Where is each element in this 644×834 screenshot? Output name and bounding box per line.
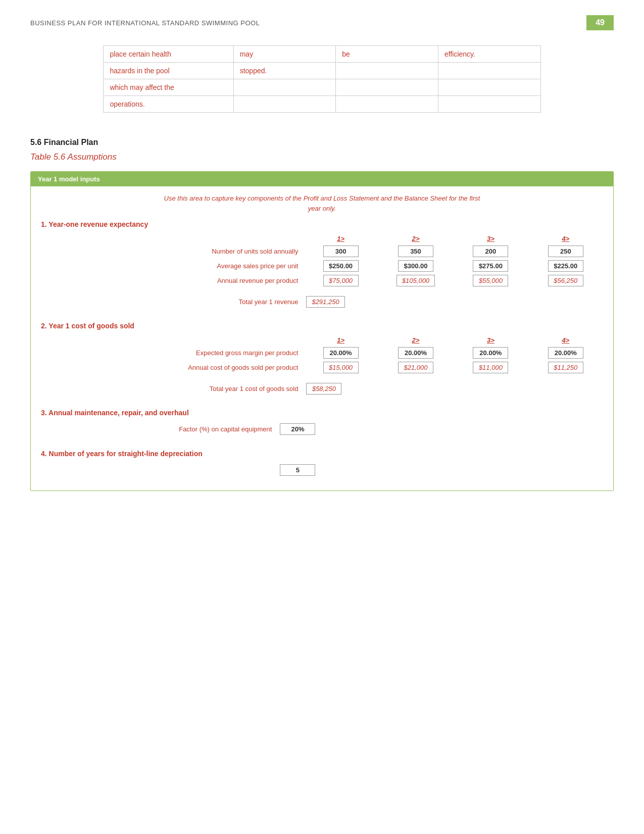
product-header-row: 1>2>3>4> — [41, 335, 603, 346]
product-header-cell: 1> — [303, 335, 378, 346]
row-value: 250 — [528, 244, 603, 259]
table-cell — [438, 63, 540, 79]
row-value: $56,250 — [528, 273, 603, 288]
fin-header: Year 1 model inputs — [31, 172, 613, 186]
fin-body: Use this area to capture key components … — [31, 186, 613, 490]
section1-grid: 1>2>3>4>Number of units sold annually300… — [41, 233, 603, 318]
section3-value: 20% — [280, 423, 315, 435]
page-header: BUSINESS PLAN FOR INTERNATIONAL STANDARD… — [30, 15, 614, 30]
row-value: 20.00% — [303, 346, 378, 360]
section2-grid: 1>2>3>4>Expected gross margin per produc… — [41, 335, 603, 405]
page: BUSINESS PLAN FOR INTERNATIONAL STANDARD… — [0, 0, 644, 834]
row-value: $11,000 — [453, 360, 528, 375]
section4-grid: 5 — [41, 463, 603, 477]
section4-value: 5 — [280, 464, 315, 476]
total-label: Total year 1 revenue — [41, 292, 303, 312]
table-cell — [438, 96, 540, 113]
section3-label: Factor (%) on capital equipment — [41, 422, 277, 436]
row-label: Annual revenue per product — [41, 273, 303, 288]
total-row: Total year 1 revenue$291,250 — [41, 292, 603, 312]
row-value: $15,000 — [303, 360, 378, 375]
total-value: $291,250 — [306, 296, 344, 308]
product-header-cell: 3> — [453, 233, 528, 244]
row-value: 300 — [303, 244, 378, 259]
product-header-cell: 4> — [528, 233, 603, 244]
table-cell: operations. — [104, 96, 233, 113]
row-value: $21,000 — [378, 360, 453, 375]
total-label: Total year 1 cost of goods sold — [41, 379, 303, 399]
product-header-cell: 3> — [453, 335, 528, 346]
product-header-cell: 2> — [378, 233, 453, 244]
health-hazards-table: place certain healthmaybeefficiency.haza… — [103, 45, 540, 113]
table-row: place certain healthmaybeefficiency. — [104, 46, 540, 63]
row-value: 20.00% — [453, 346, 528, 360]
table-cell — [336, 79, 438, 96]
row-value: 20.00% — [378, 346, 453, 360]
row-label: Annual cost of goods sold per product — [41, 360, 303, 375]
product-header-cell: 1> — [303, 233, 378, 244]
table-cell — [233, 96, 336, 113]
product-header-cell: 2> — [378, 335, 453, 346]
row-label: Expected gross margin per product — [41, 346, 303, 360]
total-row: Total year 1 cost of goods sold$58,250 — [41, 379, 603, 399]
section-heading: 5.6 Financial Plan — [30, 138, 614, 147]
row-value: $105,000 — [378, 273, 453, 288]
data-row: Annual cost of goods sold per product$15… — [41, 360, 603, 375]
section3-grid: Factor (%) on capital equipment 20% — [41, 422, 603, 436]
data-row: Expected gross margin per product20.00%2… — [41, 346, 603, 360]
row-value: 200 — [453, 244, 528, 259]
section2-title: 2. Year 1 cost of goods sold — [41, 322, 603, 330]
row-value: $55,000 — [453, 273, 528, 288]
row-value: 350 — [378, 244, 453, 259]
fin-description: Use this area to capture key components … — [41, 193, 603, 213]
row-value: $275.00 — [453, 259, 528, 273]
table-cell — [233, 79, 336, 96]
section4-row: 5 — [41, 463, 603, 477]
row-value: $75,000 — [303, 273, 378, 288]
section4-title: 4. Number of years for straight-line dep… — [41, 450, 603, 458]
section3-row: Factor (%) on capital equipment 20% — [41, 422, 603, 436]
row-value: $250.00 — [303, 259, 378, 273]
row-value: 20.00% — [528, 346, 603, 360]
table-cell: which may affect the — [104, 79, 233, 96]
table-row: hazards in the poolstopped. — [104, 63, 540, 79]
table-cell — [336, 96, 438, 113]
data-row: Annual revenue per product$75,000$105,00… — [41, 273, 603, 288]
table-cell: may — [233, 46, 336, 63]
row-label: Average sales price per unit — [41, 259, 303, 273]
section3-title: 3. Annual maintenance, repair, and overh… — [41, 409, 603, 417]
data-row: Average sales price per unit$250.00$300.… — [41, 259, 603, 273]
row-value: $300.00 — [378, 259, 453, 273]
product-header-cell: 4> — [528, 335, 603, 346]
row-value: $11,250 — [528, 360, 603, 375]
page-number: 49 — [586, 15, 614, 30]
data-row: Number of units sold annually30035020025… — [41, 244, 603, 259]
table-cell: place certain health — [104, 46, 233, 63]
table-title: Table 5.6 Assumptions — [30, 152, 614, 162]
table-row: operations. — [104, 96, 540, 113]
page-title: BUSINESS PLAN FOR INTERNATIONAL STANDARD… — [30, 19, 260, 27]
row-label: Number of units sold annually — [41, 244, 303, 259]
table-cell — [336, 63, 438, 79]
financial-table: Year 1 model inputs Use this area to cap… — [30, 171, 614, 491]
product-header-row: 1>2>3>4> — [41, 233, 603, 244]
section1-title: 1. Year-one revenue expectancy — [41, 220, 603, 228]
fin-desc-line1: Use this area to capture key components … — [164, 194, 480, 202]
table-cell: efficiency. — [438, 46, 540, 63]
total-value: $58,250 — [306, 383, 341, 395]
table-cell — [438, 79, 540, 96]
fin-desc-line2: year only. — [308, 205, 336, 212]
table-cell: hazards in the pool — [104, 63, 233, 79]
table-row: which may affect the — [104, 79, 540, 96]
table-cell: stopped. — [233, 63, 336, 79]
row-value: $225.00 — [528, 259, 603, 273]
table-cell: be — [336, 46, 438, 63]
